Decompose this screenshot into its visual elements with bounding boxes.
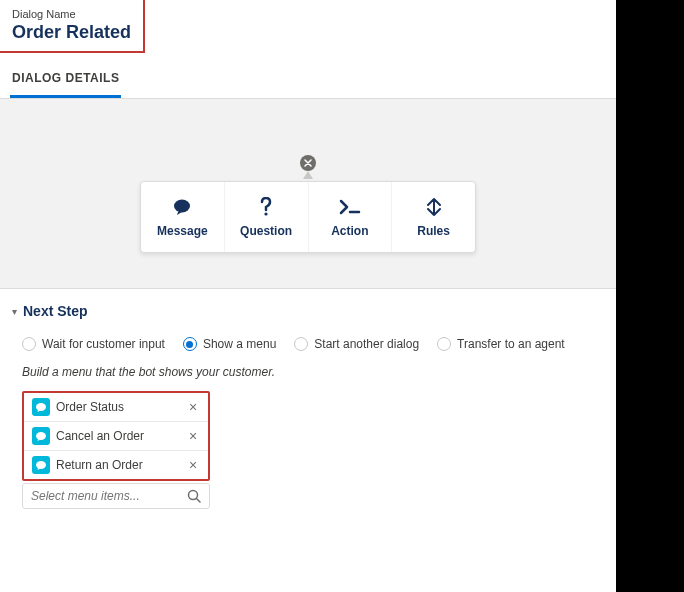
menu-item-label: Cancel an Order <box>56 429 180 443</box>
svg-point-5 <box>36 461 46 469</box>
node-question[interactable]: Question <box>225 182 309 252</box>
node-rules[interactable]: Rules <box>392 182 475 252</box>
radio-transfer-agent[interactable]: Transfer to an agent <box>437 337 565 351</box>
radio-circle <box>22 337 36 351</box>
menu-hint: Build a menu that the bot shows your cus… <box>22 365 604 379</box>
radio-wait-input[interactable]: Wait for customer input <box>22 337 165 351</box>
next-step-radio-row: Wait for customer input Show a menu Star… <box>22 337 604 351</box>
next-step-title: Next Step <box>23 303 88 319</box>
remove-menu-item[interactable]: × <box>186 399 200 415</box>
radio-label: Start another dialog <box>314 337 419 351</box>
menu-item-search[interactable] <box>22 483 210 509</box>
menu-item-cancel-order[interactable]: Cancel an Order × <box>24 422 208 451</box>
svg-point-0 <box>174 200 190 213</box>
menu-item-order-status[interactable]: Order Status × <box>24 393 208 422</box>
search-icon <box>187 489 201 503</box>
message-icon <box>145 196 220 218</box>
menu-item-label: Return an Order <box>56 458 180 472</box>
tab-row: DIALOG DETAILS <box>0 59 616 99</box>
remove-menu-item[interactable]: × <box>186 428 200 444</box>
node-type-card: Message Question Action Rules <box>140 181 476 253</box>
node-action[interactable]: Action <box>309 182 393 252</box>
menu-item-return-order[interactable]: Return an Order × <box>24 451 208 479</box>
svg-point-3 <box>36 403 46 411</box>
close-icon <box>304 159 312 167</box>
question-icon <box>229 196 304 218</box>
next-step-header[interactable]: ▾ Next Step <box>12 303 604 319</box>
chat-icon <box>32 427 50 445</box>
node-rules-label: Rules <box>396 224 471 238</box>
search-input[interactable] <box>31 489 187 503</box>
canvas: Message Question Action Rules <box>0 99 616 289</box>
tab-dialog-details[interactable]: DIALOG DETAILS <box>10 59 121 98</box>
dialog-name-title: Order Related <box>12 22 131 43</box>
remove-menu-item[interactable]: × <box>186 457 200 473</box>
radio-label: Wait for customer input <box>42 337 165 351</box>
close-node-button[interactable] <box>300 155 316 171</box>
radio-circle <box>437 337 451 351</box>
svg-line-7 <box>197 499 201 503</box>
dialog-name-label: Dialog Name <box>12 8 131 20</box>
menu-items-box: Order Status × Cancel an Order × Return … <box>22 391 210 481</box>
rules-icon <box>396 196 471 218</box>
chat-icon <box>32 398 50 416</box>
radio-label: Show a menu <box>203 337 276 351</box>
node-action-label: Action <box>313 224 388 238</box>
dialog-name-header: Dialog Name Order Related <box>0 0 145 53</box>
black-strip <box>616 0 684 592</box>
radio-circle <box>294 337 308 351</box>
chat-icon <box>32 456 50 474</box>
menu-item-label: Order Status <box>56 400 180 414</box>
radio-circle-selected <box>183 337 197 351</box>
node-message-label: Message <box>145 224 220 238</box>
action-icon <box>313 196 388 218</box>
chevron-down-icon: ▾ <box>12 306 17 317</box>
radio-show-menu[interactable]: Show a menu <box>183 337 276 351</box>
radio-label: Transfer to an agent <box>457 337 565 351</box>
node-question-label: Question <box>229 224 304 238</box>
next-step-section: ▾ Next Step Wait for customer input Show… <box>0 289 616 523</box>
svg-point-1 <box>265 212 268 215</box>
node-message[interactable]: Message <box>141 182 225 252</box>
svg-point-4 <box>36 432 46 440</box>
radio-start-dialog[interactable]: Start another dialog <box>294 337 419 351</box>
radio-dot <box>186 341 193 348</box>
